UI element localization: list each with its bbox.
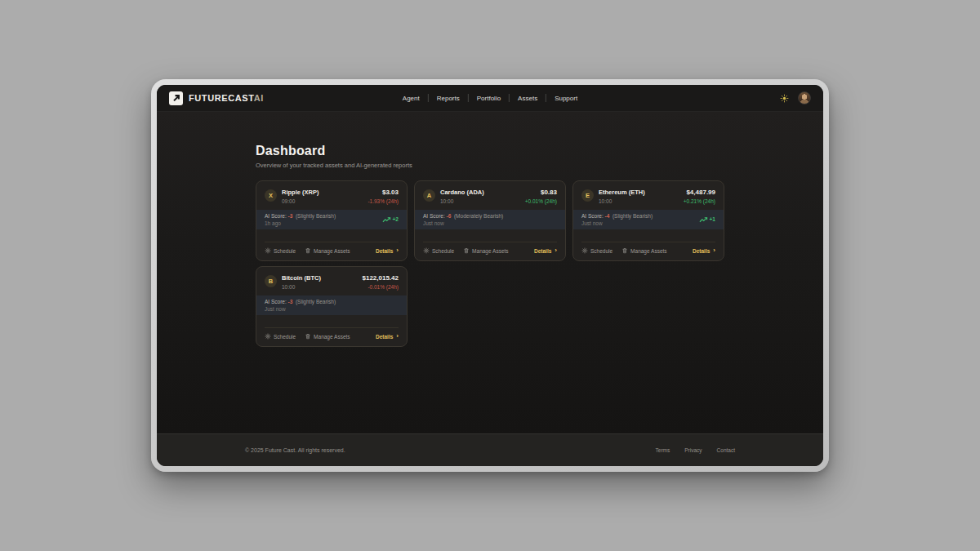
footer-link-privacy[interactable]: Privacy xyxy=(684,447,702,453)
gear-icon xyxy=(581,247,588,254)
details-button[interactable]: Details › xyxy=(376,334,399,340)
theme-toggle-sun-icon[interactable] xyxy=(780,94,789,103)
chevron-right-icon: › xyxy=(555,248,557,253)
manage-assets-button[interactable]: Manage Assets xyxy=(305,333,350,340)
ai-score-strip: AI Score: -3 (Slightly Bearish) 1h ago +… xyxy=(256,210,407,230)
top-bar: FUTURECASTAI Agent Reports Portfolio Ass… xyxy=(157,85,823,112)
asset-change: +0.21% (24h) xyxy=(684,198,715,204)
nav-item-assets[interactable]: Assets xyxy=(510,95,546,102)
asset-name: Bitcoin (BTC) xyxy=(282,274,321,282)
page-subtitle: Overview of your tracked assets and AI-g… xyxy=(256,162,724,169)
trash-icon xyxy=(305,247,311,254)
chevron-right-icon: › xyxy=(396,248,399,253)
asset-card-grid: X Ripple (XRP) 09:00 $3.03 -1.93% (24h) xyxy=(256,180,724,347)
trend-up-icon xyxy=(382,216,391,223)
asset-change: -1.93% (24h) xyxy=(368,198,399,204)
ai-score-value: -3 xyxy=(288,213,293,219)
user-avatar[interactable] xyxy=(798,91,811,104)
schedule-button[interactable]: Schedule xyxy=(265,333,296,340)
trend-value: +1 xyxy=(710,216,715,222)
ai-score-strip: AI Score: -4 (Slightly Bearish) Just now… xyxy=(573,210,724,230)
ai-score-strip: AI Score: -6 (Moderately Bearish) Just n… xyxy=(415,210,565,230)
ai-updated: Just now xyxy=(265,306,336,312)
asset-price: $0.83 xyxy=(525,189,557,196)
ai-sentiment: (Moderately Bearish) xyxy=(454,213,503,219)
app-screen: FUTURECASTAI Agent Reports Portfolio Ass… xyxy=(157,85,823,466)
manage-assets-button[interactable]: Manage Assets xyxy=(305,247,350,254)
brand: FUTURECASTAI xyxy=(169,91,264,105)
asset-price: $122,015.42 xyxy=(363,274,399,282)
gear-icon xyxy=(265,333,271,340)
chevron-right-icon: › xyxy=(713,248,715,253)
card-header: A Cardano (ADA) 10:00 $0.83 +0.01% (24h) xyxy=(423,189,557,204)
schedule-button[interactable]: Schedule xyxy=(265,247,296,254)
footer-links: Terms Privacy Contact xyxy=(656,447,735,453)
asset-name: Ethereum (ETH) xyxy=(599,189,645,196)
ai-score-label: AI Score: xyxy=(265,213,287,219)
asset-card-ada: A Cardano (ADA) 10:00 $0.83 +0.01% (24h) xyxy=(414,180,566,261)
asset-change: +0.01% (24h) xyxy=(525,198,557,204)
ai-sentiment: (Slightly Bearish) xyxy=(296,213,336,219)
asset-time: 10:00 xyxy=(440,198,484,204)
top-bar-right xyxy=(780,91,811,104)
page-footer: © 2025 Future Cast. All rights reserved.… xyxy=(157,433,823,466)
ai-score-strip: AI Score: -3 (Slightly Bearish) Just now xyxy=(256,295,407,316)
arrow-up-right-icon xyxy=(172,93,181,103)
asset-badge: A xyxy=(423,189,435,202)
card-actions: Schedule Manage Assets xyxy=(265,327,399,340)
card-actions: Schedule Manage Assets xyxy=(265,242,399,254)
trend-value: +2 xyxy=(393,216,399,222)
manage-assets-button[interactable]: Manage Assets xyxy=(621,247,666,254)
manage-assets-button[interactable]: Manage Assets xyxy=(463,247,508,254)
details-button[interactable]: Details › xyxy=(376,248,399,254)
chevron-right-icon: › xyxy=(396,334,399,339)
ai-updated: Just now xyxy=(581,220,653,226)
ai-sentiment: (Slightly Bearish) xyxy=(296,299,336,304)
ai-score-label: AI Score: xyxy=(423,213,445,219)
card-actions: Schedule Manage Assets xyxy=(581,242,715,254)
brand-name-accent: AI xyxy=(254,93,264,103)
trash-icon xyxy=(305,333,311,340)
footer-link-terms[interactable]: Terms xyxy=(656,447,670,453)
page-title: Dashboard xyxy=(256,144,724,158)
app-window: FUTURECASTAI Agent Reports Portfolio Ass… xyxy=(151,79,829,472)
asset-badge: X xyxy=(265,189,277,202)
main-nav: Agent Reports Portfolio Assets Support xyxy=(394,94,586,102)
main-content: Dashboard Overview of your tracked asset… xyxy=(157,112,823,433)
ai-sentiment: (Slightly Bearish) xyxy=(612,213,653,219)
details-button[interactable]: Details › xyxy=(534,248,557,254)
asset-time: 10:00 xyxy=(599,198,645,204)
trash-icon xyxy=(621,247,628,254)
nav-item-support[interactable]: Support xyxy=(546,95,586,102)
asset-price: $4,487.99 xyxy=(684,189,715,196)
asset-price: $3.03 xyxy=(368,189,399,196)
asset-name: Cardano (ADA) xyxy=(440,189,484,196)
trash-icon xyxy=(463,247,470,254)
asset-name: Ripple (XRP) xyxy=(282,189,318,196)
brand-name: FUTURECASTAI xyxy=(189,93,264,103)
asset-card-eth: E Ethereum (ETH) 10:00 $4,487.99 +0.21% … xyxy=(572,180,724,261)
logo-icon xyxy=(169,91,183,105)
asset-time: 09:00 xyxy=(282,198,318,204)
ai-score-value: -3 xyxy=(288,299,293,304)
nav-item-reports[interactable]: Reports xyxy=(429,95,468,102)
schedule-button[interactable]: Schedule xyxy=(581,247,612,254)
ai-updated: Just now xyxy=(423,220,503,226)
details-button[interactable]: Details › xyxy=(693,248,715,254)
ai-score-label: AI Score: xyxy=(581,213,604,219)
nav-item-agent[interactable]: Agent xyxy=(394,95,428,102)
ai-score-value: -4 xyxy=(605,213,610,219)
asset-card-btc: B Bitcoin (BTC) 10:00 $122,015.42 -0.01%… xyxy=(256,266,408,347)
schedule-button[interactable]: Schedule xyxy=(423,247,454,254)
asset-time: 10:00 xyxy=(282,284,321,290)
trend-indicator: +1 xyxy=(699,216,715,223)
trend-up-icon xyxy=(699,216,708,223)
ai-score-label: AI Score: xyxy=(265,299,287,304)
copyright-text: © 2025 Future Cast. All rights reserved. xyxy=(245,447,345,453)
card-header: X Ripple (XRP) 09:00 $3.03 -1.93% (24h) xyxy=(265,189,399,204)
asset-change: -0.01% (24h) xyxy=(363,284,399,290)
gear-icon xyxy=(265,247,271,254)
nav-item-portfolio[interactable]: Portfolio xyxy=(469,95,509,102)
footer-link-contact[interactable]: Contact xyxy=(717,447,735,453)
trend-indicator: +2 xyxy=(382,216,399,223)
